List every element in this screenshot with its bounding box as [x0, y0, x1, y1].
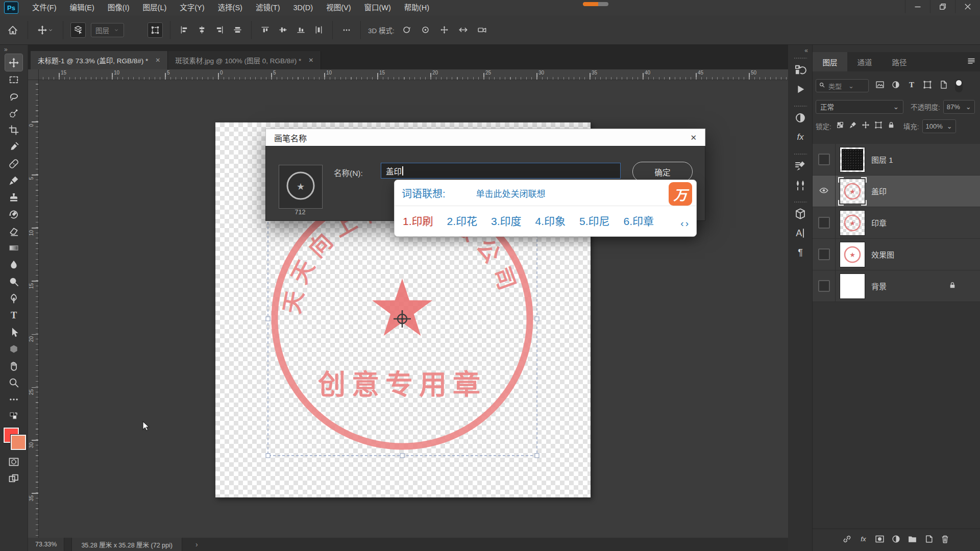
- ime-candidate-5[interactable]: 5.印尼: [579, 213, 610, 228]
- path-select-tool[interactable]: [5, 323, 22, 340]
- distribute-bottom-button[interactable]: [295, 23, 307, 36]
- panel-menu-icon[interactable]: [967, 56, 976, 67]
- clone-stamp-tool[interactable]: [5, 189, 22, 206]
- menu-item-9[interactable]: 窗口(W): [358, 0, 398, 15]
- ime-candidate-2[interactable]: 2.印花: [447, 213, 478, 228]
- eyedropper-tool[interactable]: [5, 138, 22, 155]
- brush-name-input[interactable]: 盖印: [381, 163, 621, 179]
- menu-item-3[interactable]: 图层(L): [136, 0, 174, 15]
- align-center-v-button[interactable]: [231, 23, 244, 36]
- eraser-tool[interactable]: [5, 222, 22, 239]
- dock-expand-chevron[interactable]: «: [804, 47, 808, 54]
- align-center-h-button[interactable]: [195, 23, 208, 36]
- distribute-middle-button[interactable]: [277, 23, 289, 36]
- brush-settings-panel-button[interactable]: [794, 159, 807, 172]
- actions-panel-button[interactable]: [794, 83, 807, 96]
- visibility-cell[interactable]: [813, 239, 836, 270]
- move-tool-preset[interactable]: [35, 23, 56, 37]
- move-tool[interactable]: [5, 54, 22, 71]
- gradient-tool[interactable]: [5, 239, 22, 256]
- distribute-vertical-button[interactable]: [312, 23, 325, 36]
- menu-item-2[interactable]: 图像(I): [101, 0, 136, 15]
- restore-button[interactable]: [930, 0, 955, 13]
- filter-frame-layers-button[interactable]: [923, 80, 932, 91]
- fill-select[interactable]: 100% ⌄: [922, 119, 956, 133]
- tab-paths[interactable]: 路径: [882, 52, 917, 71]
- quick-select-tool[interactable]: [5, 105, 22, 121]
- delete-layer-button[interactable]: [940, 534, 950, 546]
- blend-mode-select[interactable]: 正常 ⌄: [816, 100, 903, 114]
- visibility-eye-icon[interactable]: [819, 185, 829, 197]
- ime-candidate-1[interactable]: 1.印刷: [403, 213, 433, 228]
- layer-thumbnail[interactable]: ★: [840, 242, 865, 267]
- new-group-button[interactable]: [908, 534, 917, 546]
- layer-row-0[interactable]: 图层 1: [813, 144, 980, 176]
- history-panel-button[interactable]: [794, 63, 807, 77]
- visibility-cell[interactable]: [813, 270, 836, 302]
- menu-item-0[interactable]: 文件(F): [26, 0, 63, 15]
- more-options-button[interactable]: [340, 23, 353, 37]
- distribute-top-button[interactable]: [259, 23, 272, 36]
- filter-pixel-layers-button[interactable]: [875, 80, 885, 91]
- zoom-level-field[interactable]: 73.33%: [28, 538, 64, 551]
- show-transform-controls-toggle[interactable]: [148, 22, 163, 38]
- blur-tool[interactable]: [5, 256, 22, 273]
- hand-tool[interactable]: [5, 357, 22, 374]
- auto-select-target-select[interactable]: 图层: [91, 23, 124, 37]
- ime-prev-arrow[interactable]: ‹: [680, 218, 685, 229]
- history-brush-tool[interactable]: [5, 206, 22, 222]
- ok-button[interactable]: 确定: [632, 162, 693, 182]
- pen-tool[interactable]: [5, 290, 22, 307]
- ime-candidate-4[interactable]: 4.印象: [535, 213, 566, 228]
- align-right-button[interactable]: [213, 23, 226, 36]
- home-button[interactable]: [5, 22, 20, 38]
- 3d-camera-button[interactable]: [475, 23, 489, 37]
- ime-page-arrows[interactable]: ‹›: [680, 218, 690, 229]
- layer-thumbnail[interactable]: ★: [840, 210, 865, 236]
- menu-item-7[interactable]: 3D(D): [286, 0, 320, 15]
- visibility-empty-checkbox[interactable]: [818, 280, 830, 292]
- layer-row-4[interactable]: 背景: [813, 270, 980, 302]
- visibility-cell[interactable]: [813, 176, 836, 207]
- brush-tool[interactable]: [5, 172, 22, 189]
- layer-row-1[interactable]: ★盖印: [813, 176, 980, 207]
- styles-panel-button[interactable]: fx: [794, 131, 807, 144]
- auto-select-toggle[interactable]: [70, 22, 86, 38]
- visibility-cell[interactable]: [813, 144, 836, 175]
- lasso-tool[interactable]: [5, 88, 22, 105]
- document-tab-inactive[interactable]: 斑驳素材.jpg @ 100% (图层 0, RGB/8#) * ✕: [168, 51, 321, 69]
- character-panel-button[interactable]: A: [794, 227, 807, 240]
- opacity-select[interactable]: 87% ⌄: [943, 100, 975, 114]
- brushes-panel-button[interactable]: [794, 179, 807, 192]
- visibility-empty-checkbox[interactable]: [818, 154, 830, 165]
- toolbar-collapse-chevron[interactable]: »: [0, 45, 8, 54]
- ime-candidate-6[interactable]: 6.印章: [624, 213, 654, 228]
- lock-artboard-button[interactable]: [874, 121, 883, 131]
- filter-adjustment-layers-button[interactable]: [891, 80, 900, 91]
- ime-close-hint-link[interactable]: 单击此处关闭联想: [476, 187, 546, 199]
- status-chevron-icon[interactable]: ›: [195, 540, 198, 548]
- tab-channels[interactable]: 通道: [847, 52, 882, 71]
- new-adjustment-layer-button[interactable]: [891, 534, 901, 546]
- filter-type-layers-button[interactable]: T: [907, 80, 916, 91]
- adjustments-panel-button[interactable]: [794, 111, 807, 124]
- default-colors-control[interactable]: [5, 408, 22, 424]
- align-left-button[interactable]: [178, 23, 190, 36]
- layer-name[interactable]: 印章: [871, 217, 887, 228]
- eye-icon[interactable]: [819, 185, 829, 195]
- menu-item-10[interactable]: 帮助(H): [398, 0, 436, 15]
- 3d-orbit-button[interactable]: [400, 23, 413, 37]
- crop-tool[interactable]: [5, 121, 22, 138]
- layer-thumbnail[interactable]: [840, 147, 865, 172]
- ime-logo[interactable]: 万: [669, 182, 692, 206]
- lock-paint-button[interactable]: [849, 121, 857, 131]
- filter-smart-objects-button[interactable]: [939, 80, 948, 91]
- properties-3d-panel-button[interactable]: [794, 207, 807, 220]
- close-button[interactable]: [955, 0, 980, 13]
- layer-thumbnail[interactable]: [840, 273, 865, 299]
- menu-item-6[interactable]: 滤镜(T): [249, 0, 287, 15]
- document-tab-active[interactable]: 未标题-1 @ 73.3% (盖印, RGB/8#) * ✕: [31, 51, 168, 69]
- zoom-tool[interactable]: [5, 374, 22, 391]
- paragraph-panel-button[interactable]: ¶: [794, 246, 807, 259]
- ime-next-arrow[interactable]: ›: [685, 218, 690, 229]
